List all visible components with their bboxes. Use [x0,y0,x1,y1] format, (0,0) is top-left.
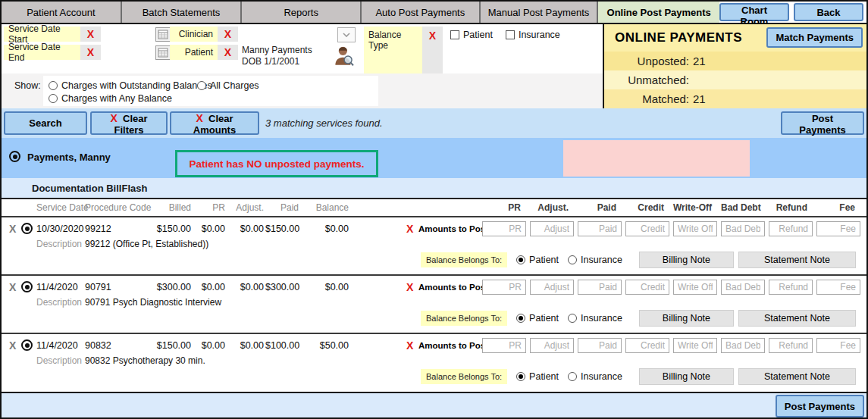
eye-icon[interactable] [21,281,33,292]
writeoff-input[interactable] [673,338,717,353]
fee-input[interactable] [816,221,860,236]
tab-reports[interactable]: Reports [242,2,362,23]
clear-x-icon[interactable]: X [224,47,231,58]
eye-icon[interactable] [21,223,33,234]
clinician-dropdown[interactable] [337,27,356,42]
baddebt-input[interactable] [721,221,765,236]
bottom-action-bar: Post Payments [2,392,866,419]
back-button[interactable]: Back [794,3,863,21]
patient-search-icon[interactable] [334,45,354,70]
patient-clear[interactable]: X [218,45,238,60]
refund-input[interactable] [769,221,813,236]
show-option-all-charges[interactable]: All Charges [197,80,259,91]
balance-type-insurance-checkbox[interactable] [506,30,515,39]
adjust-value: $0.00 [227,340,264,351]
balance-belongs-insurance-radio[interactable] [568,372,577,381]
clear-x-icon[interactable]: X [87,29,94,39]
description-label: Description [36,239,82,249]
tab-batch-statements[interactable]: Batch Statements [122,2,243,23]
service-date-start-clear[interactable]: X [80,27,101,42]
service-date-value: 11/4/2020 [36,340,78,351]
balance-type-clear[interactable]: X [422,27,443,73]
eye-icon[interactable] [21,339,33,351]
adjust-input[interactable] [530,280,574,295]
calendar-glyph [158,30,168,39]
radio-label: Charges with Any Balance [61,93,172,104]
pr-value: $0.00 [193,340,225,351]
billing-note-button[interactable]: Billing Note [639,368,734,385]
tab-manual-post-payments[interactable]: Manual Post Payments [481,2,599,23]
fee-input[interactable] [816,280,860,295]
service-date-end-clear[interactable]: X [80,45,101,60]
balance-belongs-patient-radio[interactable] [516,255,525,264]
clear-x-icon[interactable]: X [87,47,94,58]
tab-patient-account[interactable]: Patient Account [2,2,122,23]
col-billed: Billed [142,202,191,213]
amount-inputs [482,280,860,295]
tab-auto-post-payments[interactable]: Auto Post Payments [362,2,481,23]
paid-input[interactable] [578,221,622,236]
radio-icon[interactable] [49,94,58,103]
statement-note-button[interactable]: Statement Note [738,252,856,268]
radio-icon[interactable] [49,81,58,90]
pr-input[interactable] [482,280,526,295]
description-label: Description [36,297,82,308]
billing-note-button[interactable]: Billing Note [639,252,734,268]
show-option-outstanding[interactable]: Charges with Outstanding Balances [49,80,212,91]
credit-input[interactable] [625,221,669,236]
calendar-icon[interactable] [155,45,171,60]
writeoff-input[interactable] [673,280,717,295]
post-payments-button-bottom[interactable]: Post Payments [776,395,864,417]
balance-belongs-insurance-label: Insurance [581,371,622,382]
paid-input[interactable] [578,280,622,295]
chart-room-button[interactable]: Chart Room [719,3,789,21]
radio-icon[interactable] [197,81,206,90]
balance-type-patient-checkbox[interactable] [450,30,459,39]
refund-input[interactable] [769,280,813,295]
balance-belongs-insurance-radio[interactable] [568,255,577,264]
fee-input[interactable] [816,338,860,353]
clinician-clear[interactable]: X [218,27,238,42]
balance-belongs-patient-label: Patient [529,371,559,382]
unposted-row: Unposted: 21 [604,52,866,70]
writeoff-input[interactable] [673,221,717,236]
balance-belongs-insurance-radio[interactable] [568,314,577,323]
tab-online-post-payments[interactable]: Online Post Payments [598,2,719,23]
pr-input[interactable] [482,221,526,236]
refund-input[interactable] [769,338,813,353]
col-post-fee: Fee [816,202,860,213]
paid-input[interactable] [578,338,622,353]
adjust-input[interactable] [530,338,574,353]
credit-input[interactable] [625,338,669,353]
adjust-input[interactable] [530,221,574,236]
balance-belongs-patient-radio[interactable] [516,372,525,381]
col-post-baddebt: Bad Debt [721,202,765,213]
billing-note-button[interactable]: Billing Note [639,310,734,327]
pr-input[interactable] [482,338,526,353]
clear-x-icon[interactable]: X [429,30,436,41]
matched-row: Matched: 21 [604,89,866,108]
balance-belongs-patient-radio[interactable] [516,314,525,323]
clear-filters-button[interactable]: X Clear Filters [90,111,168,135]
credit-input[interactable] [625,280,669,295]
service-row: X 11/4/2020 90791 $300.00 $0.00 $0.00 $3… [2,274,866,333]
statement-note-button[interactable]: Statement Note [738,368,856,385]
search-button[interactable]: Search [4,111,87,135]
statement-note-button[interactable]: Statement Note [738,310,856,327]
remove-row-icon[interactable]: X [9,224,16,234]
clear-row-amounts-icon[interactable]: X [406,282,413,292]
eye-icon[interactable] [9,151,20,162]
baddebt-input[interactable] [721,338,765,353]
col-post-writeoff: Write-Off [673,202,717,213]
baddebt-input[interactable] [721,280,765,295]
remove-row-icon[interactable]: X [9,282,16,292]
post-payments-button-top[interactable]: Post Payments [781,111,864,135]
clear-x-icon[interactable]: X [224,29,231,39]
show-option-any-balance[interactable]: Charges with Any Balance [49,93,172,104]
clear-amounts-button[interactable]: X Clear Amounts [170,111,259,135]
clear-row-amounts-icon[interactable]: X [406,224,413,234]
calendar-icon[interactable] [155,27,171,42]
match-payments-button[interactable]: Match Payments [766,27,863,48]
clear-row-amounts-icon[interactable]: X [406,340,413,351]
remove-row-icon[interactable]: X [9,340,16,351]
